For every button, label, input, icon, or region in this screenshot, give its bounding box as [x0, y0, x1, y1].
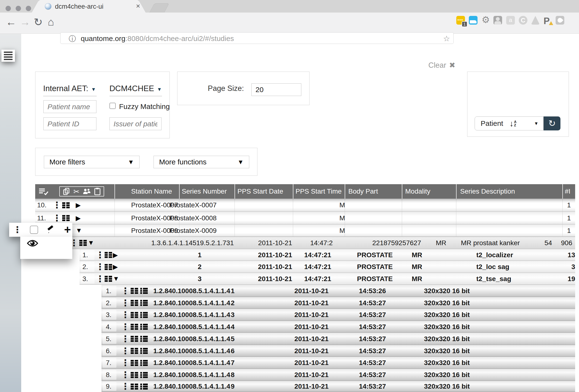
browser-tab[interactable]: dcm4chee-arc-ui × [32, 0, 145, 12]
structured-list-icon[interactable] [140, 345, 148, 357]
kebab-menu-icon[interactable]: ⋮ [121, 321, 130, 333]
forward-icon[interactable]: → [20, 16, 30, 28]
paste-clipboard-icon[interactable] [94, 188, 100, 195]
attributes-grid-icon[interactable] [131, 381, 138, 392]
aet-select-dropdown[interactable]: DCM4CHEE▾ [109, 84, 161, 93]
attributes-grid-icon[interactable] [131, 285, 138, 297]
edit-pencil-icon[interactable] [46, 225, 56, 235]
patient-row-expanded[interactable]: ▼ ProstateX-0009 ProstateX-0009 M 1 [35, 225, 575, 237]
view-eye-icon[interactable] [27, 239, 38, 247]
internal-aet-dropdown[interactable]: Internal AET:▾ [43, 84, 95, 93]
patient-row[interactable]: 10. ⋮ ▶ ProstateX-0007 ProstateX-0007 M … [35, 199, 575, 212]
kebab-menu-icon[interactable]: ⋮ [121, 333, 130, 345]
menu-hamburger-button[interactable] [1, 50, 15, 62]
back-icon[interactable]: ← [6, 16, 16, 28]
drive-triangle-icon[interactable] [531, 16, 540, 25]
teardrop-icon[interactable] [556, 16, 564, 25]
instance-row[interactable]: 1. ⋮ 1.2.840.10008.5.1.4.1.1.4 1 2011-10… [35, 285, 575, 297]
study-row[interactable]: ⋮ ▼ 1.3.6.1.4.1.14519.5.2.1.731 2011-10-… [35, 237, 575, 249]
structured-list-icon[interactable] [140, 369, 148, 381]
instance-row[interactable]: 3. ⋮ 1.2.840.10008.5.1.4.1.1.4 3 2011-10… [35, 309, 575, 321]
structured-list-icon[interactable] [140, 309, 148, 321]
tab-close-icon[interactable]: × [136, 2, 140, 10]
refresh-button[interactable]: ↻ [544, 116, 561, 130]
page-size-input[interactable] [251, 83, 301, 96]
patient-id-input[interactable] [43, 117, 96, 130]
attributes-grid-icon[interactable] [131, 309, 138, 321]
profile-person-icon[interactable] [494, 16, 502, 25]
window-minimize-dot[interactable] [16, 6, 21, 11]
series-row[interactable]: 2. ⋮ ▶ 2 2011-10-21 14:47:21 PROSTATE MR… [35, 261, 575, 273]
patient-row[interactable]: 11. ⋮ ▶ ProstateX-0008 ProstateX-0008 M … [35, 212, 575, 225]
collapse-arrow-icon[interactable]: ▼ [88, 237, 94, 249]
add-plus-icon[interactable]: + [64, 224, 71, 235]
kebab-menu-icon[interactable]: ⋮ [13, 226, 22, 234]
col-header-series-number[interactable]: Series Number [182, 184, 227, 199]
attributes-grid-icon[interactable] [131, 297, 138, 309]
reload-icon[interactable]: ↻ [34, 16, 43, 28]
instance-row[interactable]: 2. ⋮ 1.2.840.10008.5.1.4.1.1.4 2 2011-10… [35, 297, 575, 309]
select-row-checkbox[interactable] [30, 226, 38, 234]
col-header-station-name[interactable]: Station Name [131, 184, 172, 199]
col-header-series-description[interactable]: Series Description [460, 184, 515, 199]
attributes-grid-icon[interactable] [131, 345, 138, 357]
structured-list-icon[interactable] [140, 357, 148, 369]
window-close-dot[interactable] [5, 6, 11, 11]
c-circle-icon[interactable]: C [519, 16, 527, 25]
col-header-pps-start-date[interactable]: PPS Start Date [237, 184, 283, 199]
expand-arrow-icon[interactable]: ▶ [76, 212, 81, 225]
structured-list-icon[interactable] [140, 285, 148, 297]
kebab-menu-icon[interactable]: ⋮ [121, 285, 130, 297]
collapse-arrow-icon[interactable]: ▼ [76, 225, 82, 237]
instance-row[interactable]: 5. ⋮ 1.2.840.10008.5.1.4.1.1.4 5 2011-10… [35, 333, 575, 345]
instance-row[interactable]: 6. ⋮ 1.2.840.10008.5.1.4.1.1.4 6 2011-10… [35, 345, 575, 357]
more-filters-dropdown[interactable]: More filters▼ [44, 156, 140, 168]
kebab-menu-icon[interactable]: ⋮ [96, 261, 104, 273]
url-text[interactable]: quantome.org:8080/dcm4chee-arc/ui2/#/stu… [81, 34, 234, 43]
attributes-grid-icon[interactable] [131, 321, 138, 333]
attributes-grid-icon[interactable] [79, 237, 87, 249]
col-header-body-part[interactable]: Body Part [348, 184, 378, 199]
select-list-check-icon[interactable] [39, 188, 49, 196]
attributes-grid-icon[interactable] [131, 369, 138, 381]
col-header-pps-start-time[interactable]: PPS Start Time [295, 184, 342, 199]
structured-list-icon[interactable] [140, 297, 148, 309]
bookmark-star-icon[interactable]: ☆ [443, 34, 450, 43]
kebab-menu-icon[interactable]: ⋮ [121, 345, 130, 357]
kebab-menu-icon[interactable]: ⋮ [53, 199, 61, 212]
kebab-menu-icon[interactable]: ⋮ [121, 309, 130, 321]
kebab-menu-icon[interactable]: ⋮ [121, 381, 130, 392]
window-zoom-dot[interactable] [26, 6, 31, 11]
password-manager-extension-icon[interactable]: 1 [456, 16, 465, 25]
patient-name-input[interactable] [43, 100, 96, 113]
instance-row[interactable]: 4. ⋮ 1.2.840.10008.5.1.4.1.1.4 4 2011-10… [35, 321, 575, 333]
p-letter-icon[interactable]: P [544, 16, 552, 25]
series-row[interactable]: 1. ⋮ ▶ 1 2011-10-21 14:47:21 PROSTATE MR… [35, 249, 575, 261]
series-row-expanded[interactable]: 3. ⋮ ▼ 3 2011-10-21 14:47:21 PROSTATE MR… [35, 273, 575, 285]
chat-bubble-icon[interactable]: a [506, 16, 515, 25]
structured-list-icon[interactable] [140, 321, 148, 333]
info-icon[interactable]: ⓘ [69, 34, 76, 44]
attributes-grid-icon[interactable] [105, 249, 112, 261]
col-header-instances[interactable]: #I [565, 184, 570, 199]
issuer-of-patient-input[interactable] [109, 117, 161, 130]
attributes-grid-icon[interactable] [131, 357, 138, 369]
copy-icon[interactable] [63, 188, 70, 195]
kebab-menu-icon[interactable]: ⋮ [96, 273, 104, 285]
fuzzy-matching-checkbox[interactable] [109, 103, 116, 109]
expand-arrow-icon[interactable]: ▶ [113, 249, 118, 261]
gear-icon[interactable]: ⚙ [482, 14, 490, 23]
collapse-arrow-icon[interactable]: ▼ [113, 273, 119, 285]
new-tab-button[interactable] [149, 3, 169, 12]
attributes-grid-icon[interactable] [105, 273, 112, 285]
attributes-grid-icon[interactable] [131, 333, 138, 345]
attributes-grid-icon[interactable] [62, 199, 70, 212]
instance-row[interactable]: 8. ⋮ 1.2.840.10008.5.1.4.1.1.4 8 2011-10… [35, 369, 575, 381]
kebab-menu-icon[interactable]: ⋮ [121, 369, 130, 381]
people-icon[interactable] [83, 188, 91, 195]
structured-list-icon[interactable] [140, 381, 148, 392]
order-by-dropdown[interactable]: Patient ↓ AZ ▾ [475, 116, 544, 130]
attributes-grid-icon[interactable] [105, 261, 112, 273]
clear-filters-button[interactable]: Clear✖ [428, 61, 455, 70]
col-header-modality[interactable]: Modality [405, 184, 430, 199]
